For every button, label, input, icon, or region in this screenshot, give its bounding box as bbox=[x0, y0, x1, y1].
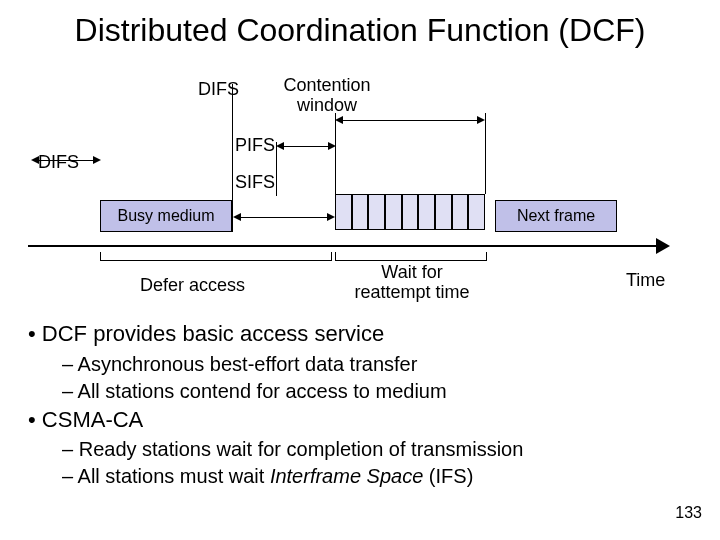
backoff-slot bbox=[418, 194, 435, 230]
contention-end-guideline bbox=[485, 113, 486, 194]
time-axis-arrow-icon bbox=[656, 238, 670, 254]
page-number: 133 bbox=[675, 504, 702, 522]
slide: { "title": "Distributed Coordination Fun… bbox=[0, 0, 720, 540]
contention-window-label: Contention window bbox=[272, 76, 382, 116]
backoff-slot bbox=[385, 194, 402, 230]
pifs-label: PIFS bbox=[235, 135, 275, 156]
busy-medium-block: Busy medium bbox=[100, 200, 232, 232]
bullet-level1: DCF provides basic access service bbox=[28, 320, 668, 348]
backoff-slot bbox=[352, 194, 369, 230]
pifs-span-arrow bbox=[283, 146, 329, 147]
backoff-slot bbox=[335, 194, 352, 230]
backoff-slots bbox=[335, 194, 485, 230]
wait-brace bbox=[335, 252, 487, 261]
time-axis-label: Time bbox=[626, 270, 665, 291]
sifs-label: SIFS bbox=[235, 172, 275, 193]
wait-reattempt-label: Wait for reattempt time bbox=[352, 263, 472, 303]
defer-access-label: Defer access bbox=[140, 275, 245, 296]
difs-left-span-arrow bbox=[38, 160, 94, 161]
slide-title: Distributed Coordination Function (DCF) bbox=[0, 12, 720, 49]
next-frame-block: Next frame bbox=[495, 200, 617, 232]
backoff-slot bbox=[435, 194, 452, 230]
backoff-slot bbox=[368, 194, 385, 230]
defer-access-brace bbox=[100, 252, 332, 261]
bullet-list: DCF provides basic access serviceAsynchr… bbox=[28, 320, 668, 491]
bullet-level2: All stations contend for access to mediu… bbox=[62, 379, 668, 404]
backoff-slot bbox=[468, 194, 485, 230]
contention-start-guideline bbox=[335, 113, 336, 194]
bullet-level2: Ready stations wait for completion of tr… bbox=[62, 437, 668, 462]
contention-window-span-arrow bbox=[342, 120, 478, 121]
time-axis bbox=[28, 245, 660, 247]
bullet-level2: All stations must wait Interframe Space … bbox=[62, 464, 668, 489]
backoff-slot bbox=[402, 194, 419, 230]
bullet-level2: Asynchronous best-effort data transfer bbox=[62, 352, 668, 377]
difs-left-label: DIFS bbox=[38, 152, 79, 173]
bullet-level1: CSMA-CA bbox=[28, 406, 668, 434]
backoff-slot bbox=[452, 194, 469, 230]
pifs-start-guideline bbox=[276, 142, 277, 196]
sifs-span-arrow bbox=[240, 217, 328, 218]
difs-start-guideline bbox=[232, 84, 233, 232]
